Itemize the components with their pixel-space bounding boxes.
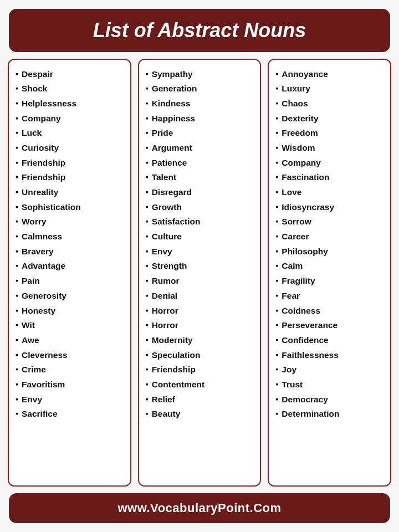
list-item: Speculation xyxy=(146,347,256,362)
page-title: List of Abstract Nouns xyxy=(22,19,377,42)
list-item: Talent xyxy=(146,170,256,185)
list-item: Honesty xyxy=(16,303,126,318)
list-item: Crime xyxy=(16,362,126,377)
list-item: Contentment xyxy=(146,377,256,392)
list-item: Wit xyxy=(16,318,126,333)
list-item: Friendship xyxy=(146,362,256,377)
list-item: Unreality xyxy=(16,185,126,200)
footer-url: www.VocabularyPoint.Com xyxy=(117,501,281,515)
list-item: Calm xyxy=(275,259,386,274)
list-item: Cleverness xyxy=(16,347,126,362)
list-item: Dexterity xyxy=(275,111,386,126)
list-item: Rumor xyxy=(146,274,256,289)
list-item: Favoritism xyxy=(16,377,126,392)
list-item: Satisfaction xyxy=(146,214,256,229)
list-item: Strength xyxy=(146,259,256,274)
column-3: AnnoyanceLuxuryChaosDexterityFreedomWisd… xyxy=(268,59,391,487)
list-item: Horror xyxy=(146,318,256,333)
list-item: Idiosyncrasy xyxy=(275,200,386,214)
list-item: Sophistication xyxy=(16,200,126,214)
list-item: Determination xyxy=(275,407,386,422)
list-item: Despair xyxy=(16,66,126,81)
list-item: Generosity xyxy=(16,288,126,303)
column-1: DespairShockHelplessnessCompanyLuckCurio… xyxy=(8,59,131,487)
page-header: List of Abstract Nouns xyxy=(9,9,390,52)
list-item: Disregard xyxy=(146,185,256,200)
list-item: Fragility xyxy=(275,274,386,289)
list-item: Fear xyxy=(275,288,386,303)
list-item: Fascination xyxy=(275,170,386,185)
list-item: Modernity xyxy=(146,332,256,347)
list-item: Career xyxy=(275,229,386,244)
list-item: Envy xyxy=(146,244,256,259)
list-item: Generation xyxy=(146,81,256,96)
column-2: SympathyGenerationKindnessHappinessPride… xyxy=(138,59,262,487)
list-item: Freedom xyxy=(275,126,386,141)
list-item: Argument xyxy=(146,140,256,155)
list-item: Denial xyxy=(146,288,256,303)
list-item: Perseverance xyxy=(275,318,386,333)
list-item: Sacrifice xyxy=(16,407,126,422)
list-item: Awe xyxy=(16,332,126,347)
list-item: Pride xyxy=(146,126,256,141)
list-item: Envy xyxy=(16,392,126,407)
list-item: Bravery xyxy=(16,244,126,259)
list-item: Chaos xyxy=(275,96,386,111)
list-item: Friendship xyxy=(16,155,126,170)
list-item: Beauty xyxy=(146,407,256,422)
list-item: Luxury xyxy=(275,81,386,96)
list-item: Patience xyxy=(146,155,256,170)
list-item: Happiness xyxy=(146,111,256,126)
list-item: Growth xyxy=(146,200,256,214)
columns-container: DespairShockHelplessnessCompanyLuckCurio… xyxy=(0,59,399,487)
list-item: Joy xyxy=(275,362,386,377)
column-2-list: SympathyGenerationKindnessHappinessPride… xyxy=(146,66,256,422)
list-item: Confidence xyxy=(275,332,386,347)
list-item: Worry xyxy=(16,214,126,229)
list-item: Company xyxy=(275,155,386,170)
list-item: Calmness xyxy=(16,229,126,244)
list-item: Culture xyxy=(146,229,256,244)
list-item: Philosophy xyxy=(275,244,386,259)
list-item: Wisdom xyxy=(275,140,386,155)
list-item: Sorrow xyxy=(275,214,386,229)
list-item: Horror xyxy=(146,303,256,318)
column-1-list: DespairShockHelplessnessCompanyLuckCurio… xyxy=(16,66,126,422)
list-item: Friendship xyxy=(16,170,126,185)
list-item: Faithlessness xyxy=(275,347,386,362)
column-3-list: AnnoyanceLuxuryChaosDexterityFreedomWisd… xyxy=(275,66,386,422)
list-item: Curiosity xyxy=(16,140,126,155)
list-item: Helplessness xyxy=(16,96,126,111)
list-item: Sympathy xyxy=(146,66,256,81)
page-footer: www.VocabularyPoint.Com xyxy=(9,493,390,523)
list-item: Relief xyxy=(146,392,256,407)
list-item: Kindness xyxy=(146,96,256,111)
list-item: Democracy xyxy=(275,392,386,407)
list-item: Advantage xyxy=(16,259,126,274)
list-item: Annoyance xyxy=(275,66,386,81)
list-item: Pain xyxy=(16,274,126,289)
list-item: Coldness xyxy=(275,303,386,318)
list-item: Shock xyxy=(16,81,126,96)
list-item: Luck xyxy=(16,126,126,141)
list-item: Trust xyxy=(275,377,386,392)
list-item: Love xyxy=(275,185,386,200)
list-item: Company xyxy=(16,111,126,126)
